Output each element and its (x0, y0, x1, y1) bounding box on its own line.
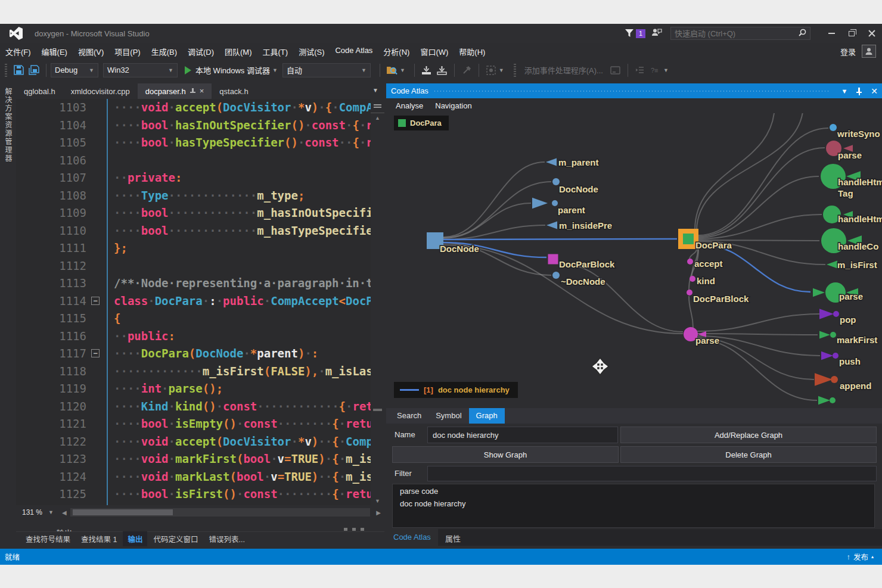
code-line-1104[interactable]: 1104····bool·hasInOutSpecifier()·const·{… (16, 117, 384, 135)
pin-icon[interactable] (856, 88, 862, 95)
graph-canvas[interactable]: DocPara DocNodem_parentDocNodeparentm_in… (386, 113, 882, 408)
menu-item-13[interactable]: 帮助(H) (454, 43, 490, 60)
close-tab-icon[interactable]: × (200, 88, 204, 94)
minimize-button[interactable] (821, 26, 841, 41)
code-line-1115[interactable]: 1115{ (16, 310, 384, 328)
auto-combo[interactable]: 自动▼ (282, 63, 371, 77)
fold-collapse-icon[interactable]: − (91, 297, 100, 305)
graph-node-partial[interactable] (818, 396, 836, 405)
tool-window-tab-2[interactable]: 属性 (438, 529, 468, 546)
code-line-1114[interactable]: 1114−class·DocPara·:·public·CompAccept<D… (16, 293, 384, 310)
menu-item-4[interactable]: 项目(P) (109, 43, 145, 60)
bottom-tab-3[interactable]: 输出 (123, 531, 147, 546)
list-item[interactable]: parse code (393, 484, 874, 497)
start-debug-button[interactable]: 本地 Windows 调试器 ▼ (182, 64, 282, 76)
solution-explorer-vertical-tab[interactable]: 解决方案资源管理器 (3, 88, 13, 163)
build-all-icon[interactable] (436, 64, 449, 77)
build-selection-icon[interactable] (420, 64, 433, 77)
atlas-subtab-symbol[interactable]: Symbol (428, 408, 468, 424)
notification-badge[interactable]: 1 (636, 29, 645, 38)
hscroll-thumb[interactable] (73, 509, 173, 515)
fold-collapse-icon[interactable]: − (91, 349, 100, 357)
graph-node-handleHtm2[interactable]: handleHtm (823, 206, 882, 224)
graph-node-m_insidePre[interactable]: m_insidePre (546, 220, 612, 231)
atlas-subtab-search[interactable]: Search (390, 408, 428, 424)
code-line-1109[interactable]: 1109····bool·············m_hasInOutSpeci… (16, 204, 384, 222)
menu-item-6[interactable]: 调试(D) (182, 43, 219, 60)
graph-node-accept[interactable]: accept (687, 259, 723, 269)
pin-icon[interactable] (190, 88, 195, 94)
graph-node-m_isFirst[interactable]: m_isFirst (827, 260, 877, 270)
code-line-1107[interactable]: 1107··private: (16, 169, 384, 187)
bottom-tab-1[interactable]: 查找符号结果 (21, 531, 75, 546)
menu-item-3[interactable]: 视图(V) (73, 43, 109, 60)
configuration-combo[interactable]: Debug▼ (51, 63, 98, 77)
menu-item-8[interactable]: 工具(T) (257, 43, 294, 60)
atlas-menu-navigation[interactable]: Navigation (430, 99, 476, 112)
dependency-graph[interactable]: DocNodem_parentDocNodeparentm_insidePreD… (386, 113, 882, 408)
show-graph-button[interactable]: Show Graph (392, 446, 619, 463)
code-line-1120[interactable]: 1120····Kind·kind()·const············{·r… (16, 398, 384, 416)
save-all-icon[interactable] (27, 64, 41, 77)
editor-tab-qstack.h[interactable]: qstack.h (212, 83, 256, 99)
splitter-handle[interactable] (371, 99, 384, 113)
graph-node-DocParBlock[interactable]: DocParBlock (548, 254, 616, 270)
scroll-down-arrow[interactable]: ▼ (371, 498, 384, 504)
code-line-1124[interactable]: 1124····void·markLast(bool·v=TRUE)··{·m_… (16, 468, 384, 486)
graph-name-input[interactable] (427, 427, 618, 443)
code-line-1125[interactable]: 1125····bool·isFirst()·const········{·re… (16, 486, 384, 503)
code-line-1108[interactable]: 1108····Type·············m_type; (16, 187, 384, 205)
bottom-tab-2[interactable]: 查找结果 1 (76, 531, 122, 546)
code-line-1103[interactable]: 1103····void·accept(DocVisitor·*v)·{·Com… (16, 99, 384, 117)
graph-node-handleHtmTag[interactable]: handleHtmTag (821, 164, 882, 198)
menu-item-10[interactable]: Code Atlas (330, 43, 378, 60)
graph-node-parseRose[interactable]: parse (826, 141, 862, 160)
code-line-1113[interactable]: 1113/**·Node·representing·a·paragraph·in… (16, 275, 384, 293)
code-line-1106[interactable]: 1106 (16, 152, 384, 170)
code-line-1116[interactable]: 1116··public: (16, 328, 384, 346)
menu-item-1[interactable]: 文件(F) (0, 43, 36, 60)
code-line-1122[interactable]: 1122····void·accept(DocVisitor·*v)··{·Co… (16, 433, 384, 451)
menu-item-9[interactable]: 测试(S) (293, 43, 330, 60)
bottom-tab-4[interactable]: 代码定义窗口 (148, 531, 203, 546)
panel-close-icon[interactable]: ✕ (867, 86, 882, 96)
graph-node-DocNode2[interactable]: DocNode (552, 178, 598, 194)
zoom-combo[interactable]: 131 %▼ (16, 507, 58, 518)
graph-node-markFirst[interactable]: markFirst (819, 331, 877, 345)
platform-combo[interactable]: Win32▼ (103, 63, 178, 77)
graph-node-push[interactable]: push (821, 351, 861, 366)
code-line-1112[interactable]: 1112 (16, 257, 384, 275)
list-item[interactable]: doc node hierarchy (393, 497, 874, 509)
code-line-1111[interactable]: 1111}; (16, 239, 384, 257)
tool-window-tab-1[interactable]: Code Atlas (386, 529, 438, 546)
atlas-subtab-graph[interactable]: Graph (469, 408, 505, 424)
graph-node-parse2[interactable]: parse (813, 282, 863, 303)
filter-input[interactable] (427, 466, 877, 481)
code-atlas-title-bar[interactable]: Code Atlas ▼ ✕ (386, 83, 882, 98)
menu-item-2[interactable]: 编辑(E) (36, 43, 73, 60)
code-line-1118[interactable]: 1118·············m_isFirst(FALSE),·m_isL… (16, 363, 384, 381)
graph-node-notDocNode[interactable]: ~DocNode (552, 272, 605, 287)
code-line-1121[interactable]: 1121····bool·isEmpty()·const········{·re… (16, 415, 384, 433)
hscroll-left-arrow[interactable]: ◀ (58, 509, 70, 516)
code-line-1123[interactable]: 1123····void·markFirst(bool·v=TRUE)·{·m_… (16, 450, 384, 468)
saved-graphs-list[interactable]: parse codedoc node hierarchy (392, 484, 875, 528)
toolbar-grip[interactable] (5, 64, 7, 77)
graph-node-DocParBlock2[interactable]: DocParBlock (687, 290, 749, 304)
tab-list-dropdown-icon[interactable]: ▼ (372, 83, 384, 99)
editor-vertical-scrollbar[interactable]: ▲ ▼ (371, 99, 384, 505)
menu-item-7[interactable]: 团队(M) (219, 43, 257, 60)
graph-node-parent[interactable]: parent (532, 198, 585, 215)
graph-node-pop[interactable]: pop (819, 309, 856, 325)
editor-horizontal-scrollbar[interactable] (70, 508, 371, 517)
quick-launch-box[interactable] (670, 27, 810, 40)
editor-tab-docparser.h[interactable]: docparser.h× (138, 83, 212, 99)
graph-node-kind[interactable]: kind (690, 276, 715, 286)
atlas-menu-analyse[interactable]: Analyse (391, 99, 428, 112)
code-line-1117[interactable]: 1117−····DocPara(DocNode·*parent)·: (16, 345, 384, 363)
restore-button[interactable] (841, 26, 862, 41)
notification-filter[interactable]: 1 (625, 29, 645, 38)
graph-node-parseM[interactable]: parse (684, 327, 719, 346)
menu-item-5[interactable]: 生成(B) (146, 43, 182, 60)
hscroll-right-arrow[interactable]: ▶ (372, 509, 384, 516)
